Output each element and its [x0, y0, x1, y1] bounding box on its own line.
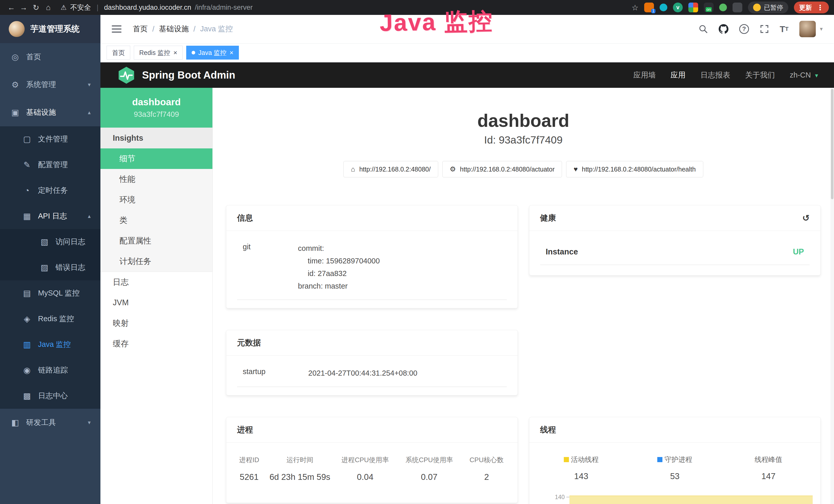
bookmark-star-icon[interactable]: ☆ [632, 3, 639, 12]
sidebar-item-system[interactable]: ⚙ 系统管理 ▾ [0, 71, 101, 98]
sba-item-config-props[interactable]: 配置属性 [101, 231, 213, 251]
sba-item-mappings[interactable]: 映射 [101, 313, 213, 334]
kebab-menu-icon[interactable]: ⋮ [816, 3, 824, 12]
legend-label: 活动线程 [571, 455, 599, 464]
sidebar-item-log-center[interactable]: ▩ 日志中心 [0, 383, 101, 409]
extension-icon-drop[interactable] [660, 4, 667, 11]
sidebar-item-config[interactable]: ✎ 配置管理 [0, 152, 101, 178]
search-icon[interactable] [699, 24, 708, 33]
info-git-row: git commit: time: 1596289704000 id: 27aa… [237, 239, 507, 300]
sidebar-item-access-log[interactable]: ▧ 访问日志 [0, 229, 101, 255]
font-size-icon[interactable]: TT [780, 24, 789, 34]
sidebar-item-home[interactable]: ◎ 首页 [0, 43, 101, 71]
sidebar-item-error-log[interactable]: ▨ 错误日志 [0, 255, 101, 280]
breadcrumb-home[interactable]: 首页 [133, 24, 148, 34]
spring-boot-admin: Spring Boot Admin 应用墙 应用 日志报表 关于我们 zh-CN… [101, 62, 834, 504]
breadcrumb-infra[interactable]: 基础设施 [159, 24, 189, 34]
service-url-button[interactable]: ⌂ http://192.168.0.2:48080/ [344, 161, 438, 177]
sba-brand[interactable]: Spring Boot Admin [117, 66, 235, 84]
metric-uptime: 运行时间 6d 23h 15m 59s [268, 456, 332, 482]
sba-nav-language[interactable]: zh-CN ▾ [790, 71, 818, 79]
app-logo-row[interactable]: 芋道管理系统 [0, 15, 101, 43]
extension-icon-leaf[interactable] [719, 4, 727, 11]
legend-label: 线程峰值 [755, 455, 782, 464]
sidebar-item-api-log[interactable]: ▦ API 日志 ▴ [0, 203, 101, 229]
sba-item-caches[interactable]: 缓存 [101, 334, 213, 354]
axis-tick-label: 140 [555, 494, 565, 501]
extension-icon-grid[interactable] [688, 3, 698, 12]
actuator-url-button[interactable]: ⚙ http://192.168.0.2:48080/actuator [442, 161, 562, 177]
breadcrumb-separator: / [193, 25, 195, 33]
fullscreen-icon[interactable] [760, 24, 769, 33]
sba-nav-wallboard[interactable]: 应用墙 [633, 70, 656, 81]
hamburger-icon[interactable] [112, 25, 122, 32]
git-commit-line: commit: [298, 242, 380, 255]
tab-home[interactable]: 首页 [107, 46, 130, 60]
sidebar-item-mysql[interactable]: ▤ MySQL 监控 [0, 280, 101, 306]
scrollbar-thumb[interactable] [831, 89, 833, 199]
error-log-icon: ▨ [39, 263, 50, 272]
paused-badge[interactable]: 已暂停 [748, 2, 788, 13]
sidebar-item-jobs[interactable]: ◔ 定时任务 [0, 178, 101, 203]
process-card: 进程 进程ID 5261 运行时间 6d 23h 15m 59 [226, 417, 518, 503]
sba-item-classes[interactable]: 类 [101, 210, 213, 231]
smiley-icon [753, 4, 761, 11]
update-label: 更新 [799, 3, 812, 12]
legend-label: 守护进程 [664, 455, 692, 464]
github-icon[interactable] [719, 24, 728, 34]
wrench-icon: ⚙ [450, 165, 456, 173]
sba-item-environment[interactable]: 环境 [101, 189, 213, 210]
legend-daemon-threads: 守护进程 53 [628, 455, 722, 481]
extension-badge: 1 [651, 9, 656, 13]
sba-nav-about[interactable]: 关于我们 [745, 70, 775, 81]
sba-insights-items: 细节 性能 环境 类 配置属性 计划任务 [101, 148, 213, 272]
metric-label: 运行时间 [269, 456, 330, 464]
address-bar[interactable]: ⚠ 不安全 | dashboard.yudao.iocoder.cn/infra… [61, 3, 253, 12]
extension-icon-vue[interactable]: v [673, 3, 683, 12]
sba-nav-journal[interactable]: 日志报表 [700, 70, 730, 81]
metric-process-cpu: 进程CPU使用率 0.04 [332, 456, 399, 482]
tab-java-monitor[interactable]: Java 监控 × [186, 46, 239, 60]
back-button[interactable]: ← [5, 1, 18, 14]
home-icon: ⌂ [351, 165, 355, 173]
scrollbar[interactable] [830, 88, 834, 504]
sba-header: Spring Boot Admin 应用墙 应用 日志报表 关于我们 zh-CN… [101, 62, 834, 88]
home-button[interactable]: ⌂ [42, 1, 54, 14]
sba-nav-applications[interactable]: 应用 [671, 70, 685, 81]
update-button[interactable]: 更新 ⋮ [794, 2, 829, 13]
chrome-toolbar: ☆ 1 v on 已暂停 更新 ⋮ [632, 2, 829, 13]
sba-item-metrics[interactable]: 性能 [101, 169, 213, 189]
sidebar-item-files[interactable]: ▢ 文件管理 [0, 126, 101, 152]
forward-button[interactable]: → [18, 1, 30, 14]
sidebar-item-infra[interactable]: ▣ 基础设施 ▴ [0, 98, 101, 126]
close-icon[interactable]: × [173, 49, 177, 57]
sidebar-item-tracing[interactable]: ◉ 链路追踪 [0, 358, 101, 383]
tab-redis-monitor[interactable]: Redis 监控 × [134, 46, 183, 60]
monitor-icon: ▥ [22, 340, 32, 349]
sba-item-scheduled-tasks[interactable]: 计划任务 [101, 251, 213, 272]
avatar-caret-icon[interactable]: ▾ [820, 26, 823, 32]
close-icon[interactable]: × [229, 49, 234, 57]
reload-button[interactable]: ↻ [30, 1, 42, 14]
health-url-button[interactable]: ♥ http://192.168.0.2:48080/actuator/heal… [566, 161, 703, 177]
sba-item-jvm[interactable]: JVM [101, 293, 213, 313]
extension-icon-fox[interactable]: 1 [644, 3, 654, 12]
sba-item-details[interactable]: 细节 [101, 148, 213, 169]
paused-label: 已暂停 [764, 3, 783, 12]
sidebar-item-redis[interactable]: ◈ Redis 监控 [0, 306, 101, 332]
health-instance-row[interactable]: Instance UP [540, 241, 810, 265]
log-icon: ▦ [22, 211, 32, 221]
history-icon[interactable]: ↺ [803, 213, 810, 223]
annotation-java-monitor: Java 监控 [379, 5, 493, 39]
sba-item-logs[interactable]: 日志 [101, 272, 213, 293]
sba-instance-header[interactable]: dashboard 93a3fc7f7409 [101, 88, 213, 128]
sidebar-item-java-monitor[interactable]: ▥ Java 监控 [0, 332, 101, 358]
url-host: dashboard.yudao.iocoder.cn [104, 4, 191, 12]
sidebar-item-label: 配置管理 [38, 160, 68, 170]
extension-icon-on[interactable]: on [704, 3, 714, 12]
help-icon[interactable]: ? [739, 24, 749, 34]
sidebar-item-dev-tools[interactable]: ◧ 研发工具 ▾ [0, 409, 101, 436]
extension-icon-dark[interactable] [732, 3, 742, 12]
metadata-startup-row: startup 2021-04-27T00:44:31.254+08:00 [237, 364, 507, 387]
avatar[interactable] [799, 21, 816, 37]
